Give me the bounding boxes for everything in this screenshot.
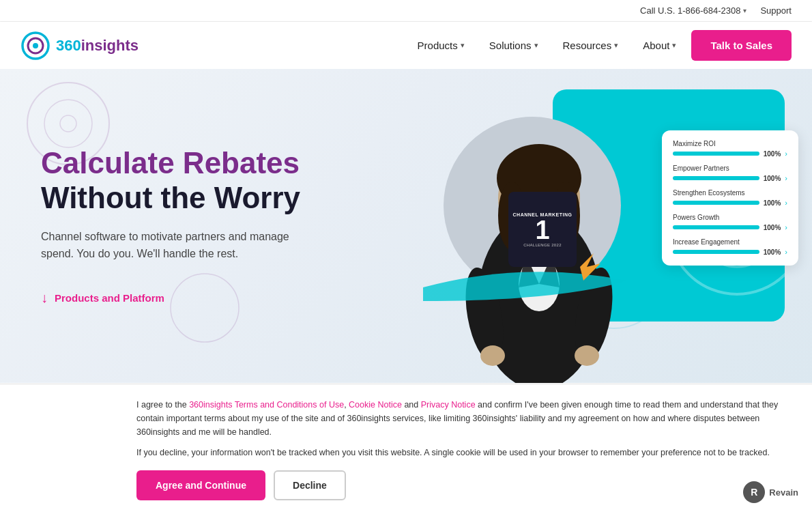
metric-label: Increase Engagement — [673, 238, 787, 246]
metric-label: Powers Growth — [673, 214, 787, 221]
nav-resources[interactable]: Resources ▾ — [553, 34, 628, 57]
metric-label: Strengthen Ecosystems — [673, 189, 787, 197]
cookie-notice-link[interactable]: Cookie Notice — [349, 400, 402, 410]
nav-links: Products ▾ Solutions ▾ Resources ▾ About… — [408, 30, 792, 61]
bib-number: 1 — [535, 217, 549, 243]
call-label: Call U.S. 1-866-684-2308 — [640, 5, 740, 16]
hero-content: Calculate Rebates Without the Worry Chan… — [0, 105, 355, 346]
nav-solutions[interactable]: Solutions ▾ — [480, 34, 548, 57]
cookie-overlay: I agree to the 360insights Terms and Con… — [0, 384, 812, 514]
revain-text: Revain — [769, 487, 798, 498]
hero-image-area: Maximize ROI 100% › Empower Partners 100… — [389, 69, 812, 383]
solutions-chevron-icon: ▾ — [534, 41, 538, 50]
hero-section: Calculate Rebates Without the Worry Chan… — [0, 69, 812, 383]
logo-icon — [20, 31, 50, 61]
metric-row: Increase Engagement 100% › — [673, 238, 787, 256]
metric-arrow-icon: › — [785, 199, 787, 207]
metric-arrow-icon: › — [785, 174, 787, 182]
metric-row: Empower Partners 100% › — [673, 165, 787, 182]
hero-cta-label: Products and Platform — [55, 292, 164, 304]
metric-arrow-icon: › — [785, 223, 787, 231]
metric-arrow-icon: › — [785, 149, 787, 158]
metric-bar-wrap: 100% › — [673, 174, 787, 182]
metric-bar — [673, 225, 759, 229]
nav-products[interactable]: Products ▾ — [408, 34, 474, 57]
metric-bar — [673, 152, 759, 156]
metrics-card: Maximize ROI 100% › Empower Partners 100… — [662, 130, 798, 266]
svg-point-21 — [480, 345, 505, 366]
main-nav: 360insights Products ▾ Solutions ▾ Resou… — [0, 22, 812, 69]
cookie-text-2: If you decline, your information won't b… — [136, 446, 792, 459]
decline-button[interactable]: Decline — [274, 470, 346, 500]
metric-pct: 100% — [764, 224, 781, 231]
svg-point-22 — [575, 345, 599, 366]
metric-row: Strengthen Ecosystems 100% › — [673, 189, 787, 207]
cookie-text-1: I agree to the 360insights Terms and Con… — [136, 398, 792, 439]
support-link[interactable]: Support — [760, 5, 792, 16]
about-chevron-icon: ▾ — [672, 41, 676, 50]
hero-subtitle: Channel software to motivate partners an… — [41, 228, 314, 263]
resources-chevron-icon: ▾ — [614, 41, 618, 50]
svg-point-2 — [33, 43, 38, 48]
chevron-down-icon: ▾ — [743, 7, 746, 14]
metric-pct: 100% — [764, 199, 781, 207]
metric-arrow-icon: › — [785, 248, 787, 256]
revain-logo: R Revain — [743, 481, 798, 503]
hero-person-area: CHANNEL MARKETING 1 CHALLENGE 2022 — [416, 96, 662, 383]
hero-title-dark: Without the Worry — [41, 181, 314, 216]
cookie-buttons: Agree and Continue Decline — [136, 470, 792, 500]
logo[interactable]: 360insights — [20, 31, 139, 61]
metric-bar — [673, 176, 759, 180]
metric-pct: 100% — [764, 150, 781, 158]
cookie-privacy-link[interactable]: Privacy Notice — [421, 400, 476, 410]
metric-label: Empower Partners — [673, 165, 787, 172]
talk-to-sales-button[interactable]: Talk to Sales — [691, 30, 792, 61]
metric-bar — [673, 250, 759, 254]
metric-bar-wrap: 100% › — [673, 223, 787, 231]
metric-row: Powers Growth 100% › — [673, 214, 787, 231]
cookie-terms-link[interactable]: 360insights Terms and Conditions of Use — [189, 400, 344, 410]
nav-about[interactable]: About ▾ — [633, 34, 686, 57]
race-bib: CHANNEL MARKETING 1 CHALLENGE 2022 — [508, 192, 577, 267]
metric-bar-wrap: 100% › — [673, 199, 787, 207]
hero-title-purple: Calculate Rebates — [41, 146, 314, 181]
metric-bar-wrap: 100% › — [673, 149, 787, 158]
agree-button[interactable]: Agree and Continue — [136, 470, 265, 500]
call-info[interactable]: Call U.S. 1-866-684-2308 ▾ — [640, 5, 746, 16]
metric-row: Maximize ROI 100% › — [673, 140, 787, 158]
top-bar: Call U.S. 1-866-684-2308 ▾ Support — [0, 0, 812, 22]
products-chevron-icon: ▾ — [461, 41, 465, 50]
bib-subtitle: CHALLENGE 2022 — [523, 243, 562, 247]
metric-bar — [673, 201, 759, 205]
metric-label: Maximize ROI — [673, 140, 787, 147]
metric-pct: 100% — [764, 175, 781, 182]
revain-icon: R — [743, 481, 765, 503]
logo-text: 360insights — [56, 37, 139, 55]
hero-cta[interactable]: ↓ Products and Platform — [41, 290, 314, 306]
metric-bar-wrap: 100% › — [673, 248, 787, 256]
metric-pct: 100% — [764, 248, 781, 256]
arrow-down-icon: ↓ — [41, 290, 48, 306]
